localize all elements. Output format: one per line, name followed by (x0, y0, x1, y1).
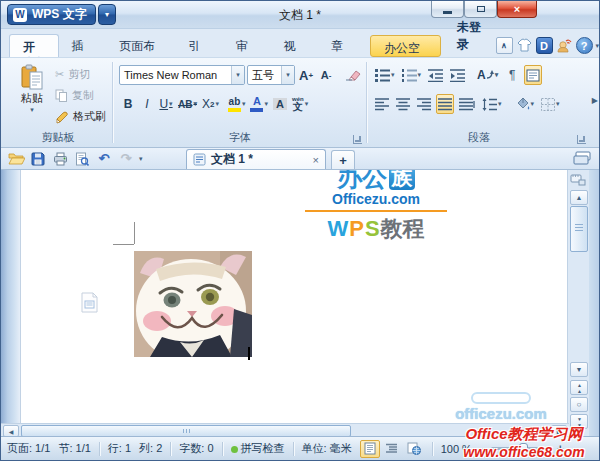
login-status[interactable]: 未登录 (457, 19, 489, 53)
qat-dropdown-icon[interactable]: ▾ (139, 155, 143, 163)
shrink-font-button[interactable]: A- (317, 65, 335, 85)
text-direction-button[interactable]: A ▾ (475, 65, 500, 85)
paragraph-layout-button[interactable] (524, 65, 542, 85)
paste-button[interactable]: 粘贴 ▾ (13, 63, 51, 129)
tab-references[interactable]: 引用 (175, 34, 223, 57)
zoom-out-icon[interactable]: − (480, 443, 487, 455)
more-dropdown-icon[interactable]: ▾ (596, 42, 600, 50)
maximize-button[interactable] (464, 1, 497, 18)
italic-button[interactable]: I (138, 94, 156, 114)
collapse-ribbon-button[interactable]: ∧ (496, 37, 513, 54)
font-color-button[interactable]: A ▾ (248, 94, 270, 114)
zoom-slider[interactable]: − + (480, 443, 564, 455)
watermark-jiaocheng: 教程 (381, 216, 425, 241)
maximize-icon (477, 6, 485, 12)
page-view-button[interactable] (360, 440, 380, 458)
save-button[interactable] (29, 150, 47, 167)
show-marks-button[interactable]: ¶ (503, 65, 521, 85)
group-font: Times New Roman ▾ 五号 ▾ A+ A- (113, 58, 367, 147)
line-spacing-button[interactable]: ▾ (480, 94, 504, 114)
borders-button[interactable]: ▾ (539, 94, 562, 114)
char-shading-button[interactable]: A (271, 94, 289, 114)
decrease-indent-button[interactable] (426, 65, 445, 85)
shading-bucket-icon (515, 97, 530, 111)
watermark-divider (305, 210, 447, 212)
status-bar: 页面: 1/1 节: 1/1 行: 1 列: 2 字数: 0 拼写检查 单位: … (1, 436, 599, 460)
pinyin-guide-button[interactable]: wén 文 ▾ (290, 94, 310, 114)
zoom-level[interactable]: 100 % (441, 443, 472, 455)
new-tab-button[interactable]: + (331, 150, 355, 169)
open-button[interactable] (7, 150, 25, 167)
undo-button[interactable]: ↶ (95, 150, 113, 167)
align-left-button[interactable] (373, 94, 391, 114)
align-right-button[interactable] (415, 94, 433, 114)
minimize-button[interactable] (431, 1, 464, 18)
print-preview-button[interactable] (73, 150, 91, 167)
close-button[interactable]: × (497, 1, 537, 18)
tab-office-space[interactable]: 办公空间 (370, 35, 441, 57)
increase-indent-button[interactable] (448, 65, 467, 85)
justify-button[interactable] (436, 94, 454, 114)
next-page-button[interactable]: ▼▼ (570, 414, 588, 429)
web-view-button[interactable] (404, 440, 424, 458)
superscript-button[interactable]: X2▾ (200, 94, 221, 114)
ruler-toggle-button[interactable] (570, 173, 587, 187)
status-word-count[interactable]: 字数: 0 (179, 441, 213, 456)
tab-page-layout[interactable]: 页面布局 (106, 34, 175, 57)
paragraph-dialog-launcher[interactable] (577, 135, 586, 144)
ribbon-home: 粘贴 ▾ ✂ 剪切 复制 格式刷 剪贴板 (1, 57, 599, 148)
skin-button[interactable] (516, 37, 533, 54)
underline-button[interactable]: U▾ (157, 94, 175, 114)
scroll-up-button[interactable]: ▲ (570, 190, 588, 205)
align-center-button[interactable] (394, 94, 412, 114)
tab-home[interactable]: 开始 (9, 34, 59, 57)
bold-button[interactable]: B (119, 94, 137, 114)
superscript-x: X (202, 97, 210, 111)
status-page: 页面: 1/1 (7, 441, 50, 456)
grow-font-button[interactable]: A+ (297, 65, 315, 85)
tab-close-icon[interactable]: × (313, 154, 319, 166)
numbering-button[interactable]: ▾ (400, 65, 424, 85)
arrange-windows-button[interactable] (573, 151, 593, 167)
tab-insert[interactable]: 插入 (59, 34, 107, 57)
tab-section[interactable]: 章节 (318, 34, 366, 57)
inserted-cat-image[interactable] (134, 251, 252, 357)
document-canvas[interactable]: 办公 族 Officezu.com WPS教程 officezu.com (1, 170, 599, 438)
zoom-slider-track[interactable] (491, 447, 553, 450)
format-painter-button[interactable]: 格式刷 (55, 106, 106, 127)
highlight-button[interactable]: ab ▾ (226, 94, 248, 114)
vertical-scroll-thumb[interactable] (570, 206, 588, 252)
bullets-button[interactable]: ▾ (373, 65, 397, 85)
previous-page-button[interactable]: ▲▲ (570, 380, 588, 395)
font-dialog-launcher[interactable] (353, 135, 362, 144)
font-family-combobox[interactable]: Times New Roman ▾ (119, 65, 245, 85)
redo-button[interactable]: ↷ (117, 150, 135, 167)
shading-button[interactable]: ▾ (513, 94, 537, 114)
minimize-icon (443, 11, 452, 14)
tab-view[interactable]: 视图 (271, 34, 319, 57)
scroll-down-button[interactable]: ▼ (570, 362, 588, 377)
copy-button[interactable]: 复制 (55, 85, 94, 106)
docer-button[interactable]: D (536, 37, 553, 54)
ribbon-more-button[interactable]: ▶ (592, 96, 598, 105)
spell-check-status[interactable]: 拼写检查 (231, 441, 285, 456)
vertical-scrollbar[interactable]: ▲ ▼ ▲▲ ○ ▼▼ (567, 170, 589, 438)
cut-button[interactable]: ✂ 剪切 (55, 64, 90, 85)
collapse-icon: ∧ (501, 41, 507, 50)
font-size-combobox[interactable]: 五号 ▾ (247, 65, 295, 85)
zoom-in-icon[interactable]: + (557, 443, 564, 455)
print-button[interactable] (51, 150, 69, 167)
help-button[interactable]: ? (576, 37, 593, 54)
distribute-button[interactable] (457, 94, 477, 114)
community-button[interactable] (556, 37, 573, 54)
tab-review[interactable]: 审阅 (223, 34, 271, 57)
clear-format-button[interactable] (343, 65, 363, 85)
view-mode-buttons (360, 440, 424, 458)
pinyin-base: 文 (293, 102, 303, 112)
zoom-slider-thumb[interactable] (519, 443, 528, 454)
outline-view-button[interactable] (382, 440, 402, 458)
document-tab-active[interactable]: 文档 1 * × (186, 149, 326, 169)
strikethrough-button[interactable]: AB▾ (176, 94, 199, 114)
select-browse-object-button[interactable]: ○ (570, 397, 588, 412)
clipboard-group-label: 剪贴板 (3, 130, 113, 145)
